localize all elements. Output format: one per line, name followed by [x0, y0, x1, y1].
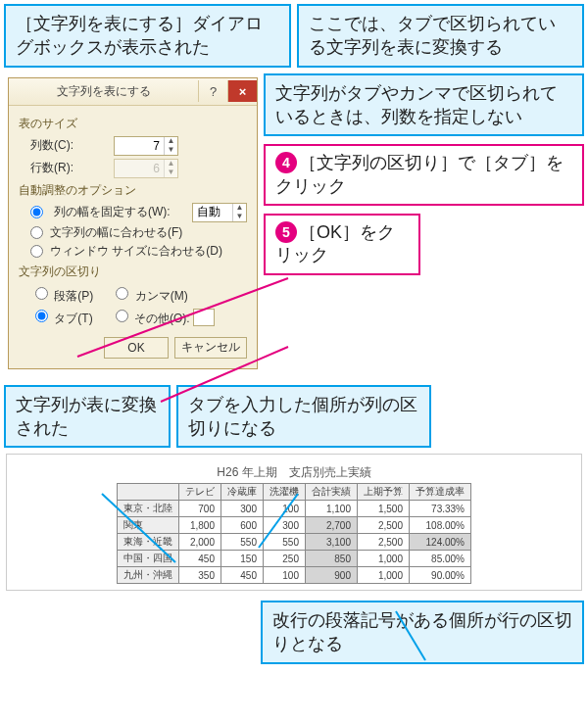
callout-no-col-count: 文字列がタブやカンマで区切られているときは、列数を指定しない: [264, 73, 584, 137]
label-sep-other: その他(O):: [134, 312, 190, 325]
label-sep-tab: タブ(T): [54, 312, 92, 325]
table-row: 東海・近畿2,0005505503,1002,500124.00%: [118, 534, 471, 551]
table-cell: 150: [221, 551, 264, 567]
table-cell: 250: [264, 551, 306, 567]
section-table-size: 表のサイズ: [19, 116, 247, 132]
section-auto: 自動調整のオプション: [19, 182, 247, 199]
dialog-title-text: 文字列を表にする: [9, 83, 198, 100]
table-cell: 600: [221, 517, 264, 534]
opt-fixed-width-row: 列の幅を固定する(W): ▲▼: [30, 203, 247, 222]
opt-fit-text-row: 文字列の幅に合わせる(F): [30, 224, 247, 241]
table-cell: 73.33%: [410, 501, 471, 517]
table-cell: 1,500: [358, 501, 410, 517]
result-table: テレビ冷蔵庫洗濯機合計実績上期予算予算達成率東京・北陸7003001001,10…: [117, 483, 471, 584]
table-cell: 700: [179, 501, 221, 517]
table-cell: 850: [306, 551, 358, 567]
table-cell: 2,000: [179, 534, 221, 551]
columns-stepper[interactable]: ▲▼: [114, 136, 178, 156]
fixed-width-input[interactable]: [193, 204, 232, 221]
table-cell: 300: [264, 517, 306, 534]
rows-input: [115, 160, 164, 177]
radio-sep-tab[interactable]: [35, 310, 48, 322]
radio-fit-window[interactable]: [30, 245, 43, 258]
table-row: 東京・北陸7003001001,1001,50073.33%: [118, 501, 471, 517]
radio-sep-comma[interactable]: [116, 287, 128, 300]
row-header: 九州・沖縄: [118, 567, 179, 584]
row-header: 中国・四国: [118, 551, 179, 567]
table-header: 冷蔵庫: [221, 484, 264, 501]
fixed-width-stepper[interactable]: ▲▼: [192, 203, 247, 222]
table-cell: 450: [179, 551, 221, 567]
table-row: 九州・沖縄3504501009001,00090.00%: [118, 567, 471, 584]
ok-button[interactable]: OK: [104, 337, 169, 359]
table-cell: 900: [306, 567, 358, 584]
label-fixed-width: 列の幅を固定する(W):: [54, 204, 171, 220]
label-rows: 行数(R):: [30, 160, 114, 176]
step-badge-5: 5: [275, 221, 297, 243]
table-row: 中国・四国4501502508501,00085.00%: [118, 551, 471, 567]
sep-other-input[interactable]: [193, 309, 215, 326]
callout-step-4-text: ［文字列の区切り］で［タブ］をクリック: [275, 153, 564, 195]
table-cell: 550: [221, 534, 264, 551]
table-cell: 1,800: [179, 517, 221, 534]
label-columns: 列数(C):: [30, 137, 114, 154]
callout-tab-col: タブを入力した個所が列の区切りになる: [176, 385, 431, 449]
table-header: テレビ: [179, 484, 221, 501]
field-rows: 行数(R): ▲▼: [30, 159, 247, 178]
radio-sep-other[interactable]: [116, 310, 128, 322]
callout-para-row: 改行の段落記号がある個所が行の区切りとなる: [261, 601, 584, 664]
callout-convert-tabbed: ここでは、タブで区切られている文字列を表に変換する: [297, 4, 584, 68]
close-icon[interactable]: ×: [227, 80, 257, 102]
table-cell: 350: [179, 567, 221, 584]
table-cell: 3,100: [306, 534, 358, 551]
table-cell: 450: [221, 567, 264, 584]
table-cell: 300: [221, 501, 264, 517]
table-header: 上期予算: [358, 484, 410, 501]
row-header: 東海・近畿: [118, 534, 179, 551]
field-columns: 列数(C): ▲▼: [30, 136, 247, 156]
table-cell: 90.00%: [410, 567, 471, 584]
table-header: 合計実績: [306, 484, 358, 501]
cancel-button[interactable]: キャンセル: [174, 337, 247, 359]
label-sep-comma: カンマ(M): [135, 289, 188, 303]
step-badge-4: 4: [275, 152, 297, 173]
table-cell: 108.00%: [410, 517, 471, 534]
label-fit-window: ウィンドウ サイズに合わせる(D): [50, 243, 222, 260]
callout-step-4: 4［文字列の区切り］で［タブ］をクリック: [264, 144, 584, 206]
label-sep-paragraph: 段落(P): [54, 289, 93, 303]
table-header: 洗濯機: [264, 484, 306, 501]
radio-fit-text[interactable]: [30, 226, 43, 239]
help-icon[interactable]: ?: [198, 80, 227, 102]
opt-fit-window-row: ウィンドウ サイズに合わせる(D): [30, 243, 247, 260]
section-separators: 文字列の区切り: [19, 264, 247, 280]
table-cell: 100: [264, 567, 306, 584]
radio-fixed-width[interactable]: [30, 206, 43, 218]
columns-input[interactable]: [115, 137, 164, 155]
dialog-titlebar: 文字列を表にする ? ×: [9, 78, 257, 106]
rows-stepper: ▲▼: [114, 159, 178, 178]
callout-converted: 文字列が表に変換された: [4, 385, 171, 449]
table-header: 予算達成率: [410, 484, 471, 501]
table-cell: 1,100: [306, 501, 358, 517]
table-cell: 2,700: [306, 517, 358, 534]
table-cell: 550: [264, 534, 306, 551]
table-cell: 100: [264, 501, 306, 517]
row-header: 関東: [118, 517, 179, 534]
sep-row-1: 段落(P) カンマ(M): [30, 284, 247, 305]
chevron-down-icon[interactable]: ▼: [164, 146, 177, 155]
radio-sep-paragraph[interactable]: [35, 287, 48, 300]
row-header: 東京・北陸: [118, 501, 179, 517]
result-title: H26 年上期 支店別売上実績: [11, 464, 577, 481]
table-header: [118, 484, 179, 501]
label-fit-text: 文字列の幅に合わせる(F): [50, 224, 182, 241]
table-cell: 1,000: [358, 551, 410, 567]
result-table-area: H26 年上期 支店別売上実績 テレビ冷蔵庫洗濯機合計実績上期予算予算達成率東京…: [6, 454, 582, 591]
table-cell: 2,500: [358, 517, 410, 534]
sep-row-2: タブ(T) その他(O):: [30, 307, 247, 327]
table-cell: 85.00%: [410, 551, 471, 567]
callout-dialog-shown: ［文字列を表にする］ダイアログボックスが表示された: [4, 4, 291, 68]
table-row: 関東1,8006003002,7002,500108.00%: [118, 517, 471, 534]
table-cell: 124.00%: [410, 534, 471, 551]
dialog-convert-text-to-table: 文字列を表にする ? × 表のサイズ 列数(C): ▲▼ 行数(R):: [8, 77, 258, 369]
callout-step-5: 5［OK］をクリック: [264, 214, 420, 275]
